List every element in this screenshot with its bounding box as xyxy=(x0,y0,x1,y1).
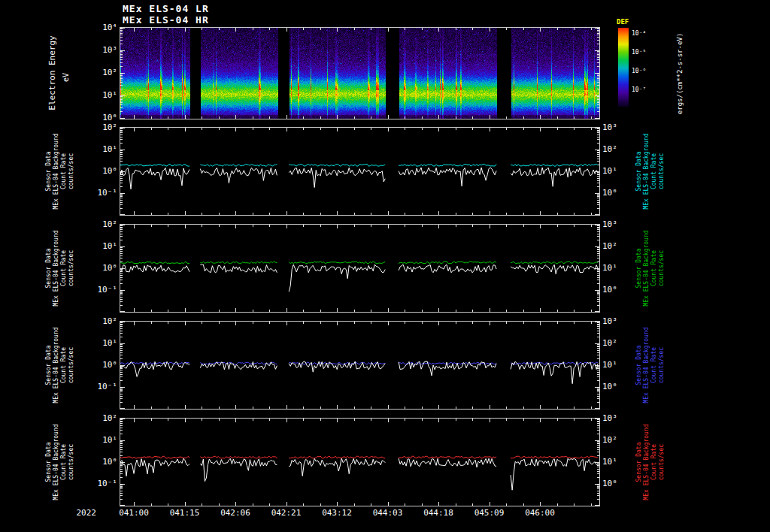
count-rate-panel-2-right-label-line: MEx ELS-04 Background xyxy=(643,225,650,312)
count-rate-panel-3-ylabel-line: MEx ELS-04 Background xyxy=(53,322,60,409)
count-rate-panel-1-ytick-left: 10¹ xyxy=(87,144,117,155)
count-rate-panel-3-ytick-right: 10⁰ xyxy=(602,382,632,392)
count-rate-panel-2-ylabel-line: Sensor Data xyxy=(45,225,53,312)
spectrogram-ytick: 10¹ xyxy=(87,90,117,101)
count-rate-panel-1-ylabel-line: MEx ELS-04 Background xyxy=(53,128,60,215)
count-rate-panel-3-ylabel-line: Sensor Data xyxy=(45,322,53,409)
count-rate-panel-2-right-label-line: Sensor Data xyxy=(635,225,643,312)
count-rate-panel-3-right-label-line: MEx ELS-04 Background xyxy=(643,322,650,409)
xaxis-tick-label: 044:18 xyxy=(417,508,459,518)
xaxis-tick-label: 043:12 xyxy=(316,508,358,518)
count-rate-panel-2-ylabel-line: MEx ELS-04 Background xyxy=(53,225,60,312)
count-rate-panel-1-ytick-left: 10² xyxy=(87,122,117,133)
count-rate-panel-1-frame xyxy=(120,127,600,216)
xaxis-tick-label: 044:03 xyxy=(367,508,409,518)
count-rate-panel-2-right-label-line: Count Rate xyxy=(650,225,658,312)
count-rate-panel-4-ylabel-line: counts/sec xyxy=(68,419,75,506)
xaxis-year-label: 2022 xyxy=(62,508,96,518)
count-rate-panel-3-ytick-left: 10² xyxy=(87,316,117,327)
count-rate-panel-3-canvas xyxy=(120,322,599,409)
spectrogram-frame xyxy=(120,27,600,119)
count-rate-panel-3-right-label-line: Sensor Data xyxy=(635,322,643,409)
count-rate-panel-2-ytick-right: 10⁰ xyxy=(602,285,632,295)
count-rate-panel-1-ytick-right: 10³ xyxy=(602,122,632,133)
count-rate-panel-4-right-label-line: Count Rate xyxy=(650,419,658,506)
count-rate-panel-3-ytick-left: 10⁻¹ xyxy=(87,382,117,392)
count-rate-panel-2-ylabel-line: Count Rate xyxy=(60,225,68,312)
count-rate-panel-3-ytick-right: 10² xyxy=(602,338,632,349)
count-rate-panel-3-frame xyxy=(120,321,600,410)
xaxis-tick-label: 045:09 xyxy=(468,508,511,518)
count-rate-panel-4-ylabel-line: Sensor Data xyxy=(45,419,53,506)
count-rate-panel-1-ytick-right: 10⁰ xyxy=(602,188,632,198)
count-rate-panel-4-ytick-left: 10⁰ xyxy=(87,457,117,467)
count-rate-panel-1-canvas xyxy=(120,128,599,215)
count-rate-panel-4-right-label-line: Sensor Data xyxy=(635,419,643,506)
count-rate-panel-2-ytick-left: 10² xyxy=(87,219,117,230)
count-rate-panel-4-ytick-left: 10¹ xyxy=(87,435,117,446)
count-rate-panel-2-ylabel: Sensor DataMEx ELS-04 BackgroundCount Ra… xyxy=(45,225,75,312)
count-rate-panel-4-ylabel: Sensor DataMEx ELS-04 BackgroundCount Ra… xyxy=(45,419,75,506)
count-rate-panel-3-ylabel-line: counts/sec xyxy=(68,322,75,409)
xaxis-tick-label: 042:06 xyxy=(214,508,256,518)
count-rate-panel-4-ylabel-line: Count Rate xyxy=(60,419,68,506)
count-rate-panel-3-right-label-line: Count Rate xyxy=(650,322,658,409)
count-rate-panel-1-ytick-left: 10⁰ xyxy=(87,166,117,177)
count-rate-panel-3-right-label-line: counts/sec xyxy=(658,322,665,409)
colorbar-tick: 10⁻⁶ xyxy=(632,68,653,75)
count-rate-panel-1-ytick-right: 10² xyxy=(602,144,632,155)
spectrogram-ytick: 10⁰ xyxy=(87,113,117,123)
count-rate-panel-4-ylabel-line: MEx ELS-04 Background xyxy=(53,419,60,506)
spectrogram-canvas xyxy=(120,28,599,119)
count-rate-panel-1-ylabel-line: Count Rate xyxy=(60,128,68,215)
count-rate-panel-2-ytick-right: 10³ xyxy=(602,219,632,230)
count-rate-panel-4-right-label-line: counts/sec xyxy=(658,419,665,506)
count-rate-panel-2-ylabel-line: counts/sec xyxy=(68,225,75,312)
count-rate-panel-2-right-label: Sensor DataMEx ELS-04 BackgroundCount Ra… xyxy=(635,225,665,312)
count-rate-panel-1-right-label-line: MEx ELS-04 Background xyxy=(643,128,650,215)
count-rate-panel-3-ylabel-line: Count Rate xyxy=(60,322,68,409)
count-rate-panel-3-ytick-right: 10³ xyxy=(602,316,632,327)
count-rate-panel-3-ytick-right: 10¹ xyxy=(602,360,632,370)
count-rate-panel-2-ytick-left: 10¹ xyxy=(87,241,117,252)
xaxis-tick-label: 041:00 xyxy=(113,508,155,518)
colorbar-tick: 10⁻⁷ xyxy=(632,86,653,94)
count-rate-panel-1-right-label-line: Sensor Data xyxy=(635,128,643,215)
count-rate-panel-4-ytick-left: 10² xyxy=(87,413,117,424)
spectrogram-yunit-label: eV xyxy=(62,62,71,92)
count-rate-panel-1-ylabel: Sensor DataMEx ELS-04 BackgroundCount Ra… xyxy=(45,128,75,215)
count-rate-panel-1-right-label-line: counts/sec xyxy=(658,128,665,215)
xaxis-tick-label: 046:00 xyxy=(519,508,561,518)
spectrogram-ylabel: Electron Energy xyxy=(47,13,58,133)
count-rate-panel-4-right-label: Sensor DataMEx ELS-04 BackgroundCount Ra… xyxy=(635,419,665,506)
count-rate-panel-1-ytick-right: 10¹ xyxy=(602,166,632,177)
colorbar-units-label: ergs/(cm**2-s-sr-eV) xyxy=(676,17,685,130)
spectrogram-page: MEx ELS-04 LR MEx ELS-04 HR Electron Ene… xyxy=(0,0,770,532)
count-rate-panel-2-canvas xyxy=(120,225,599,312)
count-rate-panel-2-ytick-left: 10⁰ xyxy=(87,263,117,274)
count-rate-panel-2-ytick-left: 10⁻¹ xyxy=(87,285,117,295)
count-rate-panel-4-ytick-right: 10³ xyxy=(602,413,632,424)
count-rate-panel-4-ytick-left: 10⁻¹ xyxy=(87,479,117,489)
count-rate-panel-1-ytick-left: 10⁻¹ xyxy=(87,188,117,198)
count-rate-panel-2-right-label-line: counts/sec xyxy=(658,225,665,312)
count-rate-panel-1-ylabel-line: Sensor Data xyxy=(45,128,53,215)
colorbar xyxy=(618,28,629,107)
colorbar-tick: 10⁻⁵ xyxy=(632,49,653,56)
count-rate-panel-2-ytick-right: 10¹ xyxy=(602,263,632,274)
spectrogram-ytick: 10² xyxy=(87,68,117,78)
count-rate-panel-4-ytick-right: 10¹ xyxy=(602,457,632,467)
count-rate-panel-4-ytick-right: 10² xyxy=(602,435,632,446)
count-rate-panel-4-ytick-right: 10⁰ xyxy=(602,479,632,489)
count-rate-panel-2-ytick-right: 10² xyxy=(602,241,632,252)
count-rate-panel-3-ylabel: Sensor DataMEx ELS-04 BackgroundCount Ra… xyxy=(45,322,75,409)
count-rate-panel-4-canvas xyxy=(120,419,599,506)
xaxis-tick-label: 041:15 xyxy=(164,508,206,518)
spectrogram-ytick: 10³ xyxy=(87,45,117,56)
count-rate-panel-4-right-label-line: MEx ELS-04 Background xyxy=(643,419,650,506)
plot-title-hr: MEx ELS-04 HR xyxy=(123,14,209,26)
count-rate-panel-3-right-label: Sensor DataMEx ELS-04 BackgroundCount Ra… xyxy=(635,322,665,409)
count-rate-panel-3-ytick-left: 10⁰ xyxy=(87,360,117,370)
count-rate-panel-3-ytick-left: 10¹ xyxy=(87,338,117,349)
count-rate-panel-1-ylabel-line: counts/sec xyxy=(68,128,75,215)
